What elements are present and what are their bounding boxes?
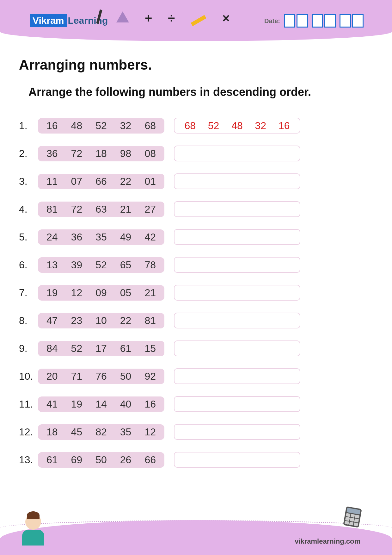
- ruler-icon: [191, 11, 206, 25]
- page-title: Arranging numbers.: [19, 57, 373, 73]
- given-numbers: 8172632127: [38, 202, 164, 217]
- given-number: 18: [95, 148, 107, 159]
- given-number: 05: [120, 287, 132, 299]
- problem-number: 2.: [19, 148, 38, 159]
- date-input-box[interactable]: [312, 14, 323, 28]
- date-section: Date:: [264, 14, 364, 28]
- given-number: 01: [144, 176, 156, 187]
- answer-number: 48: [231, 120, 243, 132]
- given-number: 52: [95, 120, 107, 132]
- problem-number: 7.: [19, 287, 38, 299]
- given-number: 22: [120, 176, 132, 187]
- date-input-box[interactable]: [352, 14, 364, 28]
- date-box-group-2: [312, 14, 336, 28]
- answer-box[interactable]: [174, 368, 300, 384]
- given-number: 20: [46, 371, 58, 382]
- given-number: 65: [120, 259, 132, 271]
- header-math-icons: + ÷ ×: [98, 9, 230, 27]
- answer-number: 16: [279, 120, 290, 132]
- answer-box[interactable]: [174, 257, 300, 273]
- student-cartoon-icon: [19, 514, 47, 549]
- given-number: 21: [144, 287, 156, 299]
- given-number: 69: [71, 454, 83, 466]
- answer-box[interactable]: [174, 313, 300, 328]
- date-input-box[interactable]: [340, 14, 351, 28]
- problem-row: 11.4119144016: [19, 396, 373, 412]
- given-number: 10: [95, 315, 107, 327]
- problem-number: 13.: [19, 454, 38, 466]
- date-input-box[interactable]: [297, 14, 308, 28]
- answer-box[interactable]: [174, 452, 300, 468]
- given-number: 27: [144, 203, 156, 215]
- given-number: 14: [95, 398, 107, 410]
- problem-number: 3.: [19, 176, 38, 187]
- date-input-box[interactable]: [284, 14, 295, 28]
- answer-box[interactable]: [174, 146, 300, 161]
- answer-box[interactable]: [174, 173, 300, 189]
- given-number: 36: [46, 148, 58, 159]
- given-number: 19: [46, 287, 58, 299]
- given-number: 50: [120, 371, 132, 382]
- date-input-box[interactable]: [324, 14, 336, 28]
- divide-symbol: ÷: [168, 11, 175, 25]
- given-number: 84: [46, 343, 58, 354]
- given-number: 15: [144, 343, 156, 354]
- problem-row: 4.8172632127: [19, 201, 373, 217]
- answer-box[interactable]: [174, 285, 300, 301]
- given-numbers: 6169502666: [38, 452, 164, 468]
- given-number: 35: [120, 426, 132, 438]
- problem-list: 1.164852326868524832162.36721898083.1107…: [19, 118, 373, 468]
- problem-number: 1.: [19, 120, 38, 132]
- answer-box[interactable]: 6852483216: [174, 118, 300, 134]
- answer-box[interactable]: [174, 424, 300, 440]
- given-numbers: 4119144016: [38, 396, 164, 412]
- given-number: 13: [46, 259, 58, 271]
- given-number: 47: [46, 315, 58, 327]
- given-number: 21: [120, 203, 132, 215]
- given-number: 76: [95, 371, 107, 382]
- answer-box[interactable]: [174, 396, 300, 412]
- given-number: 71: [71, 371, 83, 382]
- answer-box[interactable]: [174, 229, 300, 245]
- given-number: 36: [71, 231, 83, 243]
- triangle-ruler-icon: [116, 11, 129, 25]
- given-number: 98: [120, 148, 132, 159]
- given-number: 19: [71, 398, 83, 410]
- given-number: 41: [46, 398, 58, 410]
- given-number: 16: [144, 398, 156, 410]
- given-number: 66: [95, 176, 107, 187]
- given-number: 61: [120, 343, 132, 354]
- answer-box[interactable]: [174, 201, 300, 217]
- given-number: 72: [71, 148, 83, 159]
- problem-row: 12.1845823512: [19, 424, 373, 440]
- given-number: 23: [71, 315, 83, 327]
- given-numbers: 3672189808: [38, 146, 164, 161]
- problem-number: 10.: [19, 371, 38, 382]
- problem-number: 11.: [19, 398, 38, 410]
- answer-number: 32: [255, 120, 266, 132]
- given-number: 35: [95, 231, 107, 243]
- given-number: 82: [95, 426, 107, 438]
- given-number: 72: [71, 203, 83, 215]
- given-numbers: 8452176115: [38, 341, 164, 356]
- given-numbers: 4723102281: [38, 313, 164, 328]
- answer-number: 52: [208, 120, 219, 132]
- problem-row: 7.1912090521: [19, 285, 373, 301]
- answer-box[interactable]: [174, 340, 300, 356]
- given-number: 45: [71, 426, 83, 438]
- instruction-text: Arrange the following numbers in descend…: [28, 85, 373, 99]
- problem-row: 3.1107662201: [19, 173, 373, 189]
- given-number: 07: [71, 176, 83, 187]
- given-number: 50: [95, 454, 107, 466]
- problem-number: 12.: [19, 426, 38, 438]
- brand-logo: VikramLearning: [30, 15, 108, 26]
- problem-row: 13.6169502666: [19, 452, 373, 468]
- given-number: 61: [46, 454, 58, 466]
- given-numbers: 1648523268: [38, 118, 164, 134]
- given-number: 63: [95, 203, 107, 215]
- given-numbers: 1339526578: [38, 257, 164, 273]
- given-number: 24: [46, 231, 58, 243]
- date-box-group-1: [284, 14, 308, 28]
- problem-row: 2.3672189808: [19, 146, 373, 161]
- given-number: 78: [144, 259, 156, 271]
